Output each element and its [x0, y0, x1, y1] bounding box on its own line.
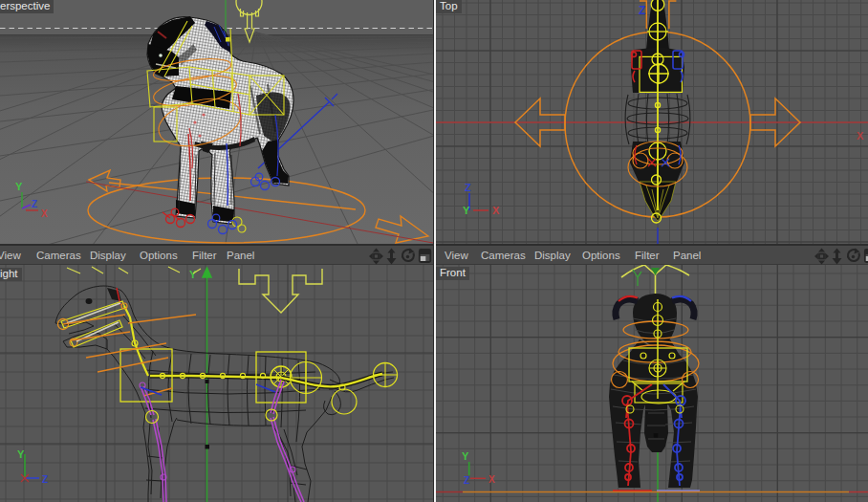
- svg-text:Z: Z: [464, 475, 469, 486]
- svg-text:Y: Y: [189, 269, 197, 280]
- svg-text:X: X: [492, 205, 500, 216]
- svg-text:Y: Y: [463, 205, 470, 216]
- svg-text:X: X: [41, 208, 48, 219]
- svg-text:Z: Z: [465, 182, 471, 193]
- svg-text:Y: Y: [17, 448, 25, 460]
- svg-text:X: X: [857, 130, 864, 142]
- svg-text:Z: Z: [32, 199, 37, 209]
- svg-text:Z: Z: [639, 4, 645, 17]
- svg-text:Y: Y: [462, 450, 469, 462]
- svg-text:X: X: [488, 474, 495, 485]
- svg-text:Y: Y: [15, 181, 23, 192]
- svg-text:Z: Z: [42, 474, 48, 485]
